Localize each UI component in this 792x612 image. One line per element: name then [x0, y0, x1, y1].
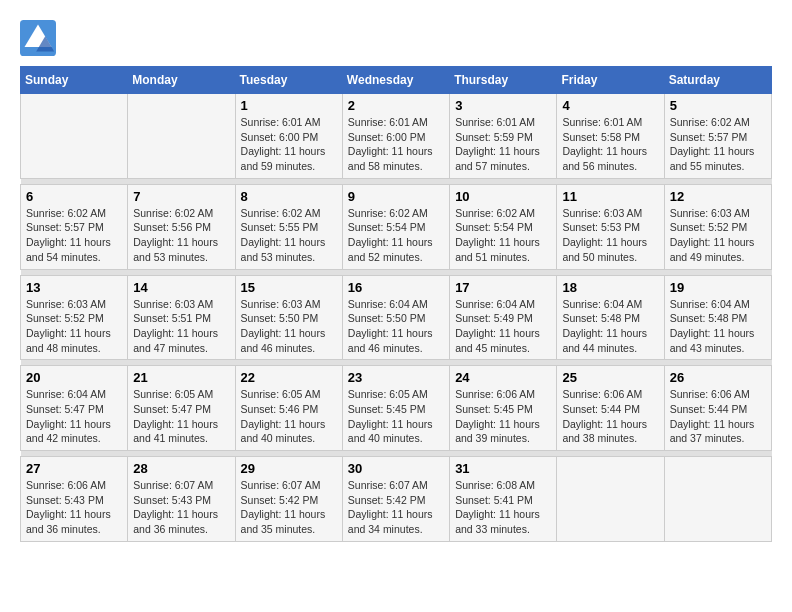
day-info: Sunrise: 6:05 AM Sunset: 5:45 PM Dayligh… [348, 387, 444, 446]
day-info: Sunrise: 6:06 AM Sunset: 5:45 PM Dayligh… [455, 387, 551, 446]
page-header [20, 20, 772, 56]
calendar-week-row: 27Sunrise: 6:06 AM Sunset: 5:43 PM Dayli… [21, 457, 772, 542]
day-info: Sunrise: 6:03 AM Sunset: 5:53 PM Dayligh… [562, 206, 658, 265]
day-number: 21 [133, 370, 229, 385]
day-number: 2 [348, 98, 444, 113]
day-info: Sunrise: 6:08 AM Sunset: 5:41 PM Dayligh… [455, 478, 551, 537]
day-info: Sunrise: 6:01 AM Sunset: 6:00 PM Dayligh… [241, 115, 337, 174]
weekday-header: Thursday [450, 67, 557, 94]
calendar-cell: 11Sunrise: 6:03 AM Sunset: 5:53 PM Dayli… [557, 184, 664, 269]
calendar-cell: 5Sunrise: 6:02 AM Sunset: 5:57 PM Daylig… [664, 94, 771, 179]
day-info: Sunrise: 6:02 AM Sunset: 5:57 PM Dayligh… [26, 206, 122, 265]
day-number: 10 [455, 189, 551, 204]
calendar-cell: 10Sunrise: 6:02 AM Sunset: 5:54 PM Dayli… [450, 184, 557, 269]
calendar-week-row: 1Sunrise: 6:01 AM Sunset: 6:00 PM Daylig… [21, 94, 772, 179]
calendar-week-row: 6Sunrise: 6:02 AM Sunset: 5:57 PM Daylig… [21, 184, 772, 269]
calendar-cell: 27Sunrise: 6:06 AM Sunset: 5:43 PM Dayli… [21, 457, 128, 542]
calendar-cell: 30Sunrise: 6:07 AM Sunset: 5:42 PM Dayli… [342, 457, 449, 542]
calendar-cell: 2Sunrise: 6:01 AM Sunset: 6:00 PM Daylig… [342, 94, 449, 179]
day-info: Sunrise: 6:04 AM Sunset: 5:48 PM Dayligh… [562, 297, 658, 356]
logo [20, 20, 60, 56]
calendar-cell: 24Sunrise: 6:06 AM Sunset: 5:45 PM Dayli… [450, 366, 557, 451]
calendar-cell [21, 94, 128, 179]
calendar-cell: 9Sunrise: 6:02 AM Sunset: 5:54 PM Daylig… [342, 184, 449, 269]
day-number: 18 [562, 280, 658, 295]
day-info: Sunrise: 6:04 AM Sunset: 5:49 PM Dayligh… [455, 297, 551, 356]
calendar-cell: 4Sunrise: 6:01 AM Sunset: 5:58 PM Daylig… [557, 94, 664, 179]
day-number: 7 [133, 189, 229, 204]
calendar-cell: 23Sunrise: 6:05 AM Sunset: 5:45 PM Dayli… [342, 366, 449, 451]
calendar-cell: 22Sunrise: 6:05 AM Sunset: 5:46 PM Dayli… [235, 366, 342, 451]
day-info: Sunrise: 6:06 AM Sunset: 5:43 PM Dayligh… [26, 478, 122, 537]
day-info: Sunrise: 6:05 AM Sunset: 5:47 PM Dayligh… [133, 387, 229, 446]
day-number: 1 [241, 98, 337, 113]
day-info: Sunrise: 6:02 AM Sunset: 5:57 PM Dayligh… [670, 115, 766, 174]
calendar-cell: 12Sunrise: 6:03 AM Sunset: 5:52 PM Dayli… [664, 184, 771, 269]
calendar-cell: 21Sunrise: 6:05 AM Sunset: 5:47 PM Dayli… [128, 366, 235, 451]
calendar-cell: 3Sunrise: 6:01 AM Sunset: 5:59 PM Daylig… [450, 94, 557, 179]
day-number: 27 [26, 461, 122, 476]
calendar-cell: 13Sunrise: 6:03 AM Sunset: 5:52 PM Dayli… [21, 275, 128, 360]
day-number: 12 [670, 189, 766, 204]
day-number: 26 [670, 370, 766, 385]
calendar-cell: 6Sunrise: 6:02 AM Sunset: 5:57 PM Daylig… [21, 184, 128, 269]
day-number: 17 [455, 280, 551, 295]
calendar-week-row: 13Sunrise: 6:03 AM Sunset: 5:52 PM Dayli… [21, 275, 772, 360]
day-info: Sunrise: 6:01 AM Sunset: 5:59 PM Dayligh… [455, 115, 551, 174]
day-info: Sunrise: 6:07 AM Sunset: 5:42 PM Dayligh… [241, 478, 337, 537]
calendar-cell: 18Sunrise: 6:04 AM Sunset: 5:48 PM Dayli… [557, 275, 664, 360]
calendar-cell: 19Sunrise: 6:04 AM Sunset: 5:48 PM Dayli… [664, 275, 771, 360]
day-info: Sunrise: 6:02 AM Sunset: 5:54 PM Dayligh… [348, 206, 444, 265]
calendar-cell: 14Sunrise: 6:03 AM Sunset: 5:51 PM Dayli… [128, 275, 235, 360]
day-number: 19 [670, 280, 766, 295]
day-number: 25 [562, 370, 658, 385]
day-number: 28 [133, 461, 229, 476]
day-info: Sunrise: 6:06 AM Sunset: 5:44 PM Dayligh… [670, 387, 766, 446]
day-number: 14 [133, 280, 229, 295]
day-number: 6 [26, 189, 122, 204]
day-number: 5 [670, 98, 766, 113]
day-info: Sunrise: 6:05 AM Sunset: 5:46 PM Dayligh… [241, 387, 337, 446]
weekday-header: Wednesday [342, 67, 449, 94]
day-info: Sunrise: 6:02 AM Sunset: 5:56 PM Dayligh… [133, 206, 229, 265]
day-info: Sunrise: 6:07 AM Sunset: 5:43 PM Dayligh… [133, 478, 229, 537]
day-number: 8 [241, 189, 337, 204]
weekday-header: Friday [557, 67, 664, 94]
calendar-cell: 28Sunrise: 6:07 AM Sunset: 5:43 PM Dayli… [128, 457, 235, 542]
calendar-table: SundayMondayTuesdayWednesdayThursdayFrid… [20, 66, 772, 542]
day-number: 24 [455, 370, 551, 385]
day-info: Sunrise: 6:03 AM Sunset: 5:52 PM Dayligh… [26, 297, 122, 356]
weekday-header: Sunday [21, 67, 128, 94]
day-number: 16 [348, 280, 444, 295]
calendar-cell [664, 457, 771, 542]
day-number: 23 [348, 370, 444, 385]
day-info: Sunrise: 6:04 AM Sunset: 5:48 PM Dayligh… [670, 297, 766, 356]
day-info: Sunrise: 6:02 AM Sunset: 5:54 PM Dayligh… [455, 206, 551, 265]
day-number: 20 [26, 370, 122, 385]
calendar-cell: 15Sunrise: 6:03 AM Sunset: 5:50 PM Dayli… [235, 275, 342, 360]
calendar-cell: 17Sunrise: 6:04 AM Sunset: 5:49 PM Dayli… [450, 275, 557, 360]
day-info: Sunrise: 6:01 AM Sunset: 5:58 PM Dayligh… [562, 115, 658, 174]
day-number: 15 [241, 280, 337, 295]
day-number: 31 [455, 461, 551, 476]
calendar-cell [557, 457, 664, 542]
day-number: 9 [348, 189, 444, 204]
day-info: Sunrise: 6:03 AM Sunset: 5:52 PM Dayligh… [670, 206, 766, 265]
weekday-header: Tuesday [235, 67, 342, 94]
day-info: Sunrise: 6:03 AM Sunset: 5:51 PM Dayligh… [133, 297, 229, 356]
day-info: Sunrise: 6:03 AM Sunset: 5:50 PM Dayligh… [241, 297, 337, 356]
calendar-cell: 20Sunrise: 6:04 AM Sunset: 5:47 PM Dayli… [21, 366, 128, 451]
day-info: Sunrise: 6:07 AM Sunset: 5:42 PM Dayligh… [348, 478, 444, 537]
calendar-cell: 26Sunrise: 6:06 AM Sunset: 5:44 PM Dayli… [664, 366, 771, 451]
calendar-week-row: 20Sunrise: 6:04 AM Sunset: 5:47 PM Dayli… [21, 366, 772, 451]
calendar-cell: 7Sunrise: 6:02 AM Sunset: 5:56 PM Daylig… [128, 184, 235, 269]
calendar-cell: 16Sunrise: 6:04 AM Sunset: 5:50 PM Dayli… [342, 275, 449, 360]
day-number: 29 [241, 461, 337, 476]
weekday-header: Saturday [664, 67, 771, 94]
day-number: 22 [241, 370, 337, 385]
calendar-cell: 31Sunrise: 6:08 AM Sunset: 5:41 PM Dayli… [450, 457, 557, 542]
day-number: 11 [562, 189, 658, 204]
day-info: Sunrise: 6:02 AM Sunset: 5:55 PM Dayligh… [241, 206, 337, 265]
calendar-cell: 29Sunrise: 6:07 AM Sunset: 5:42 PM Dayli… [235, 457, 342, 542]
weekday-header: Monday [128, 67, 235, 94]
